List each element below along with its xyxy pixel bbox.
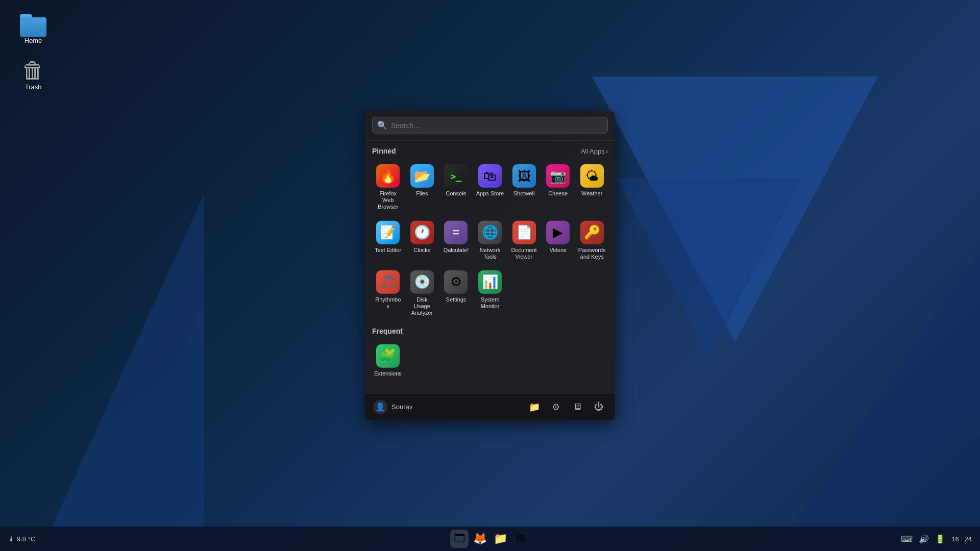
app-icon-clocks: 🕐: [410, 220, 434, 244]
app-label-qalculate: Qalculate!: [444, 246, 469, 253]
launcher-btn[interactable]: 🗔: [450, 530, 469, 548]
home-icon-label: Home: [24, 37, 42, 44]
app-label-videos: Videos: [549, 246, 566, 253]
app-icon-rhythmbox: 🎵: [376, 270, 400, 294]
app-item-weather[interactable]: 🌤Weather: [576, 160, 608, 215]
app-icon-qalculate: =: [444, 220, 468, 244]
app-label-firefox: Firefox Web Browser: [374, 190, 402, 211]
app-icon-videos: ▶: [546, 220, 570, 244]
app-icon-sysmonitor: 📊: [478, 270, 502, 294]
battery-icon: 🔋: [935, 534, 945, 544]
app-label-files: Files: [416, 190, 428, 197]
desktop-icon-home[interactable]: Home: [10, 10, 56, 48]
pinned-apps-grid: 🔥Firefox Web Browser📂Files>_Console🛍Apps…: [372, 160, 608, 321]
frequent-label: Frequent: [372, 327, 403, 335]
app-icon-diskusage: 💿: [410, 270, 434, 294]
app-label-cheese: Cheese: [548, 190, 568, 197]
all-apps-text: All Apps: [581, 147, 605, 155]
search-wrapper: 🔍: [372, 117, 608, 134]
taskbar: 🌡 9.8 °C 🗔🦊📁✉ ⌨ 🔊 🔋 16 : 24: [0, 527, 980, 551]
home-folder-icon: [20, 14, 46, 37]
app-icon-appsstore: 🛍: [478, 164, 502, 188]
app-label-shotwell: Shotwell: [513, 190, 535, 197]
frequent-section-header: Frequent: [372, 327, 608, 335]
app-label-appsstore: Apps Store: [476, 190, 504, 197]
screenshot-btn[interactable]: 🖥: [569, 398, 585, 415]
app-item-videos[interactable]: ▶Videos: [542, 216, 574, 264]
trash-icon: 🗑: [22, 58, 44, 83]
volume-icon: 🔊: [919, 534, 929, 544]
app-icon-extensions: 🧩: [376, 344, 400, 367]
files-taskbar[interactable]: 📁: [491, 530, 509, 548]
app-icon-settings: ⚙: [444, 270, 468, 294]
firefox-taskbar[interactable]: 🦊: [471, 530, 489, 548]
app-icon-firefox: 🔥: [376, 164, 400, 188]
files-btn[interactable]: 📁: [526, 398, 543, 415]
pinned-label: Pinned: [372, 147, 396, 155]
app-icon-cheese: 📷: [546, 164, 570, 188]
app-item-files[interactable]: 📂Files: [406, 160, 438, 215]
app-icon-networktools: 🌐: [478, 220, 502, 244]
app-label-clocks: Clocks: [413, 246, 430, 253]
app-item-texteditor[interactable]: 📝Text Editor: [372, 216, 404, 264]
user-avatar: 👤: [373, 399, 387, 414]
app-label-docviewer: Document Viewer: [510, 246, 538, 260]
app-icon-files: 📂: [410, 164, 434, 188]
launcher-body: Pinned All Apps › 🔥Firefox Web Browser📂F…: [365, 141, 615, 393]
app-item-diskusage[interactable]: 💿Disk Usage Analyzer: [406, 266, 438, 321]
taskbar-right: ⌨ 🔊 🔋 16 : 24: [901, 534, 972, 544]
chevron-right-icon: ›: [606, 147, 608, 155]
weather-widget: 🌡 9.8 °C: [8, 535, 35, 543]
footer-actions: 📁⚙🖥⏻: [526, 398, 607, 415]
app-item-networktools[interactable]: 🌐Network Tools: [474, 216, 506, 264]
app-item-console[interactable]: >_Console: [440, 160, 472, 215]
app-icon-texteditor: 📝: [376, 220, 400, 244]
app-label-console: Console: [446, 190, 466, 197]
app-item-cheese[interactable]: 📷Cheese: [542, 160, 574, 215]
user-name: Sourav: [391, 403, 412, 411]
app-label-rhythmbox: Rhythmbox: [374, 296, 402, 310]
app-icon-console: >_: [444, 164, 468, 188]
app-item-sysmonitor[interactable]: 📊System Monitor: [474, 266, 506, 321]
app-launcher: 🔍 Pinned All Apps › 🔥Firefox Web Browser…: [365, 111, 615, 420]
launcher-search-section: 🔍: [365, 111, 615, 141]
app-item-rhythmbox[interactable]: 🎵Rhythmbox: [372, 266, 404, 321]
app-item-clocks[interactable]: 🕐Clocks: [406, 216, 438, 264]
frequent-apps-grid: 🧩Extensions: [372, 340, 608, 381]
app-label-diskusage: Disk Usage Analyzer: [408, 296, 436, 317]
app-item-shotwell[interactable]: 🖼Shotwell: [508, 160, 540, 215]
desktop-icons: Home 🗑 Trash: [10, 10, 56, 95]
app-label-settings: Settings: [446, 296, 467, 303]
taskbar-left: 🌡 9.8 °C: [8, 535, 35, 543]
app-label-weather: Weather: [581, 190, 602, 197]
app-item-appsstore[interactable]: 🛍Apps Store: [474, 160, 506, 215]
app-icon-docviewer: 📄: [512, 220, 536, 244]
app-icon-weather: 🌤: [580, 164, 604, 188]
app-item-settings[interactable]: ⚙Settings: [440, 266, 472, 321]
trash-icon-label: Trash: [25, 83, 42, 91]
clock: 16 : 24: [951, 535, 972, 543]
app-icon-passwords: 🔑: [580, 220, 604, 244]
pinned-section-header: Pinned All Apps ›: [372, 147, 608, 155]
mail-taskbar[interactable]: ✉: [511, 530, 530, 548]
app-label-extensions: Extensions: [374, 370, 402, 377]
app-item-docviewer[interactable]: 📄Document Viewer: [508, 216, 540, 264]
app-label-sysmonitor: System Monitor: [476, 296, 504, 310]
power-btn[interactable]: ⏻: [591, 398, 607, 415]
app-item-qalculate[interactable]: =Qalculate!: [440, 216, 472, 264]
app-label-texteditor: Text Editor: [375, 246, 401, 253]
app-label-networktools: Network Tools: [476, 246, 504, 260]
all-apps-link[interactable]: All Apps ›: [581, 147, 608, 155]
settings-btn[interactable]: ⚙: [548, 398, 564, 415]
taskbar-center: 🗔🦊📁✉: [450, 530, 530, 548]
desktop-icon-trash[interactable]: 🗑 Trash: [10, 54, 56, 95]
app-item-firefox[interactable]: 🔥Firefox Web Browser: [372, 160, 404, 215]
search-input[interactable]: [372, 117, 608, 134]
launcher-footer: 👤 Sourav 📁⚙🖥⏻: [365, 393, 615, 420]
keyboard-icon: ⌨: [901, 534, 913, 544]
app-item-passwords[interactable]: 🔑Passwords and Keys: [576, 216, 608, 264]
app-item-extensions[interactable]: 🧩Extensions: [372, 340, 404, 381]
app-label-passwords: Passwords and Keys: [578, 246, 606, 260]
user-info: 👤 Sourav: [373, 399, 412, 414]
app-icon-shotwell: 🖼: [512, 164, 536, 188]
